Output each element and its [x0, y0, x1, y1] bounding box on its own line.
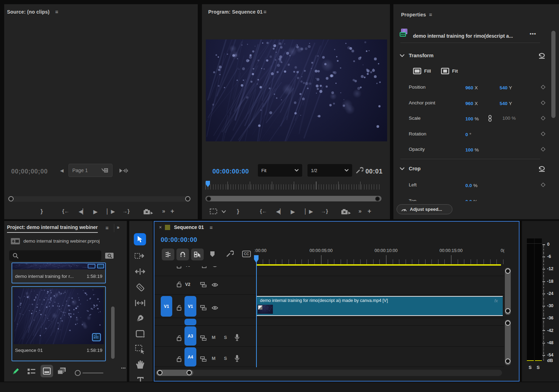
source-patch-icon[interactable] — [200, 335, 207, 341]
project-item-clip[interactable]: demo internal training for r... 1:58:19 — [12, 262, 106, 283]
scale-value[interactable]: 100% — [465, 116, 479, 122]
project-scrollbar[interactable] — [111, 306, 115, 359]
linked-selection-button[interactable] — [191, 249, 204, 260]
timeline-panel-menu-icon[interactable]: ≡ — [210, 224, 213, 230]
expand-tabs-icon[interactable]: » — [117, 224, 119, 230]
project-file-name[interactable]: demo internal training webiner.prproj — [23, 238, 100, 244]
track-a3-target-button[interactable]: A3 — [184, 326, 196, 346]
freeform-view-icon[interactable] — [57, 367, 66, 375]
source-patch-icon[interactable] — [200, 266, 207, 268]
track-v3-label[interactable]: V3 — [185, 266, 190, 268]
rotation-value[interactable]: 0° — [465, 131, 471, 138]
edit-pencil-icon[interactable] — [12, 368, 20, 375]
captions-cc-button[interactable]: CC — [242, 251, 251, 257]
button-editor-icon[interactable]: » — [358, 208, 362, 214]
solo-button[interactable]: S — [224, 356, 227, 361]
add-marker-icon[interactable]: } — [41, 208, 43, 215]
track-lock-icon[interactable] — [176, 356, 182, 362]
ripple-edit-tool[interactable] — [135, 267, 146, 276]
export-frame-icon[interactable] — [143, 209, 154, 215]
search-bin-icon[interactable] — [105, 252, 114, 259]
ruler-major-ticks[interactable] — [256, 255, 504, 264]
timeline-settings-wrench-icon[interactable] — [226, 250, 234, 258]
source-patch-icon[interactable] — [200, 356, 207, 362]
transform-section-label[interactable]: Transform — [409, 53, 434, 58]
source-patch-icon[interactable] — [200, 305, 207, 310]
source-panel-menu-icon[interactable]: ≡ — [55, 9, 58, 15]
source-scrollbar-right-handle[interactable] — [185, 196, 190, 201]
playback-resolution-dropdown[interactable]: 1/2 — [307, 164, 352, 177]
anchor-x-value[interactable]: 960X — [465, 100, 478, 106]
timeline-clip[interactable]: demo internal training for rimo(descript… — [257, 296, 503, 316]
program-panel-menu-icon[interactable]: ≡ — [263, 9, 267, 15]
source-patch-icon[interactable] — [200, 282, 207, 287]
position-keyframe-icon[interactable] — [541, 85, 545, 89]
track-visibility-eye-icon[interactable] — [211, 282, 218, 287]
settings-wrench-icon[interactable] — [356, 167, 363, 175]
step-back-icon[interactable]: ◀▏ — [276, 208, 284, 215]
track-a4-target-button[interactable]: A4 — [184, 347, 196, 367]
scrollbar-zoom-handle[interactable] — [157, 370, 162, 375]
properties-scrollbar[interactable] — [551, 31, 556, 118]
track-visibility-eye-icon[interactable] — [211, 266, 218, 268]
snap-button[interactable] — [176, 249, 189, 260]
source-timecode[interactable]: 00;00;00;00 — [11, 168, 48, 175]
go-to-out-icon[interactable]: →} — [321, 208, 328, 214]
track-lock-icon[interactable] — [176, 266, 182, 268]
crop-left-value[interactable]: 0.0% — [465, 182, 478, 188]
play-around-icon[interactable] — [119, 168, 129, 173]
mute-button[interactable]: M — [212, 356, 216, 361]
program-transform-tool[interactable] — [135, 345, 145, 354]
prev-page-icon[interactable]: ◀ — [60, 168, 64, 173]
project-item-sequence[interactable]: Sequence 01 1:58:19 — [12, 286, 106, 361]
search-input[interactable] — [9, 250, 101, 261]
video-tracks-scrollbar[interactable] — [505, 268, 511, 315]
crop-collapse-icon[interactable] — [400, 167, 405, 170]
solo-button[interactable]: S — [224, 335, 227, 340]
type-tool[interactable] — [136, 376, 145, 382]
transform-reset-icon[interactable] — [538, 53, 546, 59]
fill-button-label[interactable]: Fill — [424, 68, 431, 74]
timeline-tab-label[interactable]: Sequence 01 — [174, 224, 204, 230]
pen-tool[interactable] — [136, 313, 145, 323]
slip-tool[interactable] — [135, 299, 145, 307]
position-y-value[interactable]: 540Y — [500, 84, 512, 91]
track-v2-label[interactable]: V2 — [185, 282, 190, 287]
program-scrollbar[interactable] — [205, 196, 382, 201]
opacity-keyframe-icon[interactable] — [541, 147, 545, 151]
add-marker-icon[interactable]: } — [237, 208, 239, 215]
source-zoom-scrollbar[interactable] — [8, 196, 191, 202]
add-button-icon[interactable]: + — [368, 208, 371, 215]
hand-tool[interactable] — [135, 360, 145, 369]
meter-solo-left[interactable]: S — [529, 365, 532, 370]
zoom-slider-track[interactable] — [82, 372, 103, 373]
adjust-speed-button[interactable]: Adjust speed... — [397, 204, 452, 214]
project-tab[interactable]: Project: demo internal training webiner — [7, 224, 98, 233]
icon-view-button[interactable] — [41, 365, 53, 377]
play-icon[interactable]: ▶ — [291, 208, 295, 215]
scale-keyframe-icon[interactable] — [541, 116, 545, 120]
project-panel-menu-icon[interactable]: ≡ — [106, 225, 109, 231]
zoom-slider-knob[interactable] — [75, 370, 81, 376]
voiceover-mic-icon[interactable] — [234, 334, 240, 341]
track-select-forward-tool[interactable] — [135, 252, 146, 260]
scale-link-icon[interactable] — [488, 115, 492, 122]
step-back-icon[interactable]: ◀▏ — [79, 208, 87, 215]
track-lock-icon[interactable] — [176, 335, 182, 341]
meter-solo-right[interactable]: S — [537, 365, 540, 370]
transform-collapse-icon[interactable] — [400, 54, 405, 57]
fit-button-label[interactable]: Fit — [452, 68, 458, 74]
playhead-line[interactable] — [256, 255, 257, 367]
program-timecode[interactable]: 00:00:00:00 — [212, 168, 249, 175]
track-lock-icon[interactable] — [176, 281, 182, 287]
go-to-in-icon[interactable]: {← — [62, 208, 70, 214]
chevron-down-icon[interactable] — [222, 210, 226, 213]
crop-reset-icon[interactable] — [538, 166, 546, 172]
selection-tool[interactable] — [134, 233, 146, 245]
anchor-keyframe-icon[interactable] — [541, 101, 545, 105]
go-to-out-icon[interactable]: →} — [122, 208, 130, 214]
project-home-icon[interactable] — [10, 238, 20, 245]
scrollbar-zoom-handle[interactable] — [505, 308, 510, 313]
source-scrollbar-left-handle[interactable] — [8, 196, 14, 201]
close-tab-icon[interactable]: × — [159, 224, 162, 230]
